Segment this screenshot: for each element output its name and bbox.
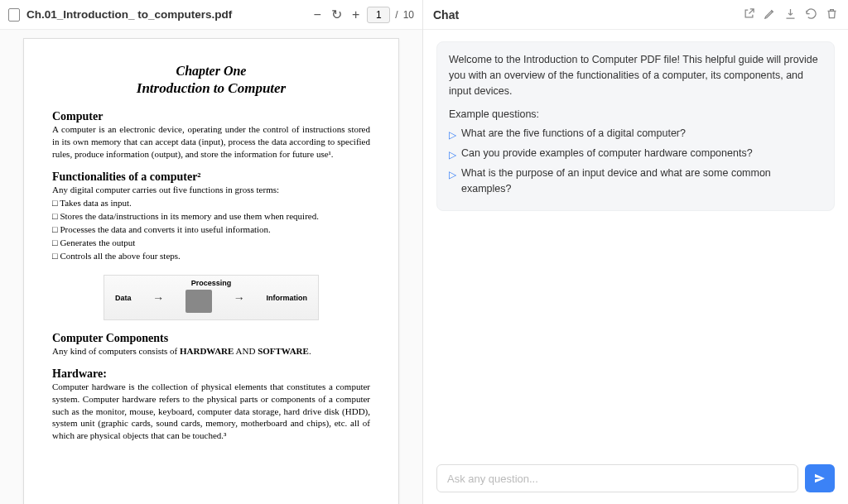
page-number-input[interactable]	[367, 7, 390, 23]
chat-header-actions	[743, 7, 838, 22]
text: AND	[234, 346, 258, 356]
list-item: Processes the data and converts it into …	[52, 223, 370, 237]
example-question-text: Can you provide examples of computer har…	[461, 146, 753, 161]
function-list: Takes data as input. Stores the data/ins…	[52, 197, 370, 263]
refresh-icon[interactable]	[805, 7, 817, 22]
edit-icon[interactable]	[764, 7, 776, 22]
arrow-icon: →	[234, 291, 245, 305]
section-heading: Computer	[52, 110, 370, 123]
text-bold: HARDWARE	[180, 346, 234, 356]
example-question[interactable]: ▷ What are the five functions of a digit…	[449, 126, 822, 142]
zoom-in-button[interactable]: +	[349, 6, 362, 24]
example-question-text: What are the five functions of a digital…	[461, 126, 686, 142]
section-heading-text: Functionalities of a computer²	[52, 170, 201, 183]
document-title: Ch.01_Introduction_ to_computers.pdf	[26, 8, 311, 21]
list-item: Controls all the above four steps.	[52, 250, 370, 263]
chat-input[interactable]	[436, 464, 798, 492]
page-total: 10	[403, 9, 414, 21]
zoom-out-button[interactable]: −	[311, 6, 324, 24]
chat-messages: Welcome to the Introduction to Computer …	[423, 30, 848, 456]
section-heading: Hardware:	[52, 367, 370, 381]
page-separator: /	[395, 9, 398, 21]
example-question[interactable]: ▷ Can you provide examples of computer h…	[449, 146, 822, 162]
chat-title: Chat	[433, 8, 743, 22]
section-heading: Functionalities of a computer²	[52, 170, 370, 184]
example-questions-label: Example questions:	[449, 107, 822, 122]
send-icon: ▷	[449, 127, 456, 142]
send-icon: ▷	[449, 167, 456, 182]
list-item: Takes data as input.	[52, 197, 370, 210]
pdf-header: Ch.01_Introduction_ to_computers.pdf − ↻…	[0, 0, 422, 30]
processing-diagram: Processing Data → → Information	[104, 275, 319, 320]
welcome-text: Welcome to the Introduction to Computer …	[449, 52, 822, 98]
diagram-right-label: Information	[267, 294, 308, 302]
document-icon	[8, 8, 20, 22]
paragraph: Computer hardware is the collection of p…	[52, 381, 370, 442]
download-icon[interactable]	[784, 7, 797, 22]
computer-icon	[186, 290, 212, 313]
diagram-top-label: Processing	[191, 279, 232, 287]
assistant-message: Welcome to the Introduction to Computer …	[436, 41, 835, 211]
paragraph: A computer is an electronic device, oper…	[52, 123, 370, 161]
send-icon	[813, 472, 826, 485]
example-question[interactable]: ▷ What is the purpose of an input device…	[449, 166, 822, 197]
send-button[interactable]	[805, 464, 835, 492]
rotate-button[interactable]: ↻	[329, 5, 344, 24]
share-icon[interactable]	[743, 7, 755, 22]
text: Any kind of computers consists of	[52, 346, 180, 356]
list-item: Stores the data/instructions in its memo…	[52, 210, 370, 223]
diagram-left-label: Data	[115, 294, 132, 302]
chapter-number: Chapter One	[52, 64, 370, 79]
send-icon: ▷	[449, 147, 456, 162]
pdf-toolbar: − ↻ + / 10	[311, 5, 414, 24]
pdf-panel: Ch.01_Introduction_ to_computers.pdf − ↻…	[0, 0, 423, 504]
example-question-text: What is the purpose of an input device a…	[461, 166, 822, 197]
arrow-icon: →	[152, 291, 164, 305]
trash-icon[interactable]	[826, 7, 838, 22]
section-heading: Computer Components	[52, 332, 370, 345]
paragraph: Any digital computer carries out five fu…	[52, 184, 370, 196]
chat-input-row	[423, 456, 848, 504]
pdf-viewport[interactable]: Chapter One Introduction to Computer Com…	[0, 30, 422, 504]
list-item: Generates the output	[52, 237, 370, 250]
chat-header: Chat	[423, 0, 848, 30]
chapter-title: Introduction to Computer	[52, 80, 370, 97]
pdf-page: Chapter One Introduction to Computer Com…	[23, 38, 399, 504]
text-bold: SOFTWARE	[258, 346, 309, 356]
chat-panel: Chat Welcome to the Introduction to Comp…	[423, 0, 848, 504]
paragraph: Any kind of computers consists of HARDWA…	[52, 345, 370, 358]
